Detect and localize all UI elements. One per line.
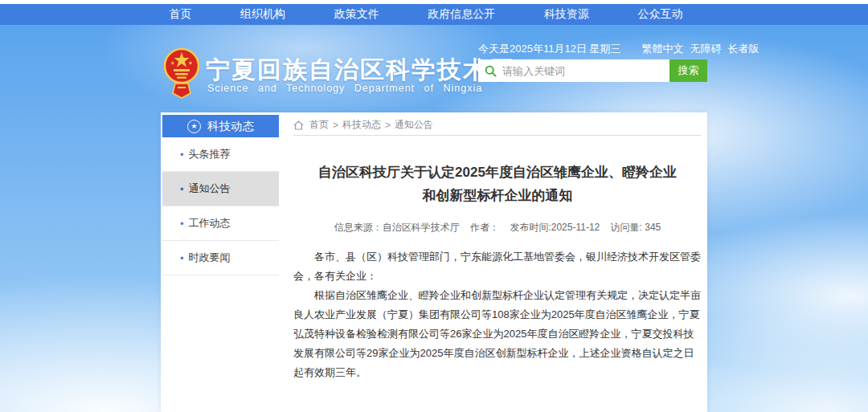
link-senior-version[interactable]: 长者版 [728, 42, 760, 56]
article-title-line1: 自治区科技厅关于认定2025年度自治区雏鹰企业、瞪羚企业 [293, 161, 702, 185]
breadcrumb-separator: > [385, 120, 391, 131]
site-header: 宁夏回族自治区科学技术厅 Science and Technology Depa… [0, 36, 868, 110]
site-title: 宁夏回族自治区科学技术厅 [206, 54, 514, 87]
article-meta: 信息来源：自治区科学技术厅 作者： 发布时间:2025-11-12 访问量: 3… [293, 221, 702, 235]
top-nav-bar: 首页 组织机构 政策文件 政府信息公开 科技资源 公众互动 [0, 4, 868, 25]
meta-author: 作者： [470, 222, 499, 233]
breadcrumb-separator: > [333, 120, 338, 131]
nav-item-gov-info-disclosure[interactable]: 政府信息公开 [428, 7, 495, 22]
breadcrumb-sci-tech-news[interactable]: 科技动态 [342, 118, 381, 132]
nav-item-public-interaction[interactable]: 公众互动 [638, 7, 683, 22]
breadcrumb-home[interactable]: 首页 [309, 118, 329, 132]
breadcrumb: 首页 > 科技动态 > 通知公告 [293, 115, 702, 136]
sidebar-list: • 头条推荐 • 通知公告 • 工作动态 • 时政要闻 [162, 137, 279, 275]
sidebar-item-label: 头条推荐 [189, 147, 231, 161]
top-nav-items: 首页 组织机构 政策文件 政府信息公开 科技资源 公众互动 [145, 4, 707, 25]
sidebar-header: ★ 科技动态 [162, 115, 279, 137]
nav-item-home[interactable]: 首页 [169, 7, 191, 22]
meta-source: 信息来源：自治区科学技术厅 [334, 222, 460, 233]
search-bar: 搜索 [478, 59, 707, 82]
page: 首页 组织机构 政策文件 政府信息公开 科技资源 公众互动 宁夏回族自治区科学技… [0, 0, 868, 412]
sidebar-title: 科技动态 [207, 119, 254, 134]
bullet-icon: • [180, 183, 184, 195]
article-paragraph: 根据自治区雏鹰企业、瞪羚企业和创新型标杆企业认定管理有关规定，决定认定半亩良人农… [293, 286, 702, 382]
sidebar-item-work-updates[interactable]: • 工作动态 [162, 206, 279, 241]
breadcrumb-notices[interactable]: 通知公告 [395, 118, 433, 132]
header-meta-row: 今天是2025年11月12日 星期三 繁體中文 无障碍 长者版 [478, 42, 707, 56]
nav-item-sci-tech-resources[interactable]: 科技资源 [544, 7, 589, 22]
bullet-icon: • [180, 252, 184, 264]
main-article-area: 首页 > 科技动态 > 通知公告 自治区科技厅关于认定2025年度自治区雏鹰企业… [293, 115, 702, 412]
site-subtitle: Science and Technology Department of Nin… [207, 83, 482, 94]
link-accessibility[interactable]: 无障碍 [690, 42, 722, 56]
star-circle-icon: ★ [187, 120, 201, 133]
meta-publish-time: 发布时间:2025-11-12 [510, 222, 600, 233]
sidebar-item-headlines[interactable]: • 头条推荐 [162, 137, 279, 172]
sidebar-item-label: 工作动态 [189, 216, 231, 230]
search-input[interactable] [502, 61, 669, 80]
current-date-text: 今天是2025年11月12日 星期三 [478, 42, 621, 56]
link-traditional-chinese[interactable]: 繁體中文 [642, 42, 684, 56]
article-title: 自治区科技厅关于认定2025年度自治区雏鹰企业、瞪羚企业 和创新型标杆企业的通知 [293, 161, 702, 208]
sidebar-item-notices[interactable]: • 通知公告 [162, 172, 279, 206]
home-icon [293, 120, 304, 130]
search-icon [478, 59, 502, 82]
bullet-icon: • [180, 218, 184, 230]
national-emblem-logo [164, 47, 199, 100]
search-button[interactable]: 搜索 [669, 59, 707, 82]
article-body: 各市、县（区）科技管理部门，宁东能源化工基地管委会，银川经济技术开发区管委会，各… [293, 247, 702, 382]
content-container: ★ 科技动态 • 头条推荐 • 通知公告 • 工作动态 • 时政要闻 [161, 112, 707, 412]
bullet-icon: • [180, 149, 184, 161]
sidebar-item-label: 时政要闻 [189, 251, 231, 265]
sidebar: ★ 科技动态 • 头条推荐 • 通知公告 • 工作动态 • 时政要闻 [162, 115, 279, 275]
nav-item-organization[interactable]: 组织机构 [240, 7, 285, 22]
nav-item-policy-documents[interactable]: 政策文件 [334, 7, 379, 22]
article-title-line2: 和创新型标杆企业的通知 [293, 185, 702, 208]
sidebar-item-political-news[interactable]: • 时政要闻 [162, 241, 279, 275]
sidebar-item-label: 通知公告 [189, 182, 231, 196]
meta-view-count: 访问量: 345 [611, 222, 661, 233]
article-paragraph: 各市、县（区）科技管理部门，宁东能源化工基地管委会，银川经济技术开发区管委会，各… [293, 247, 702, 286]
